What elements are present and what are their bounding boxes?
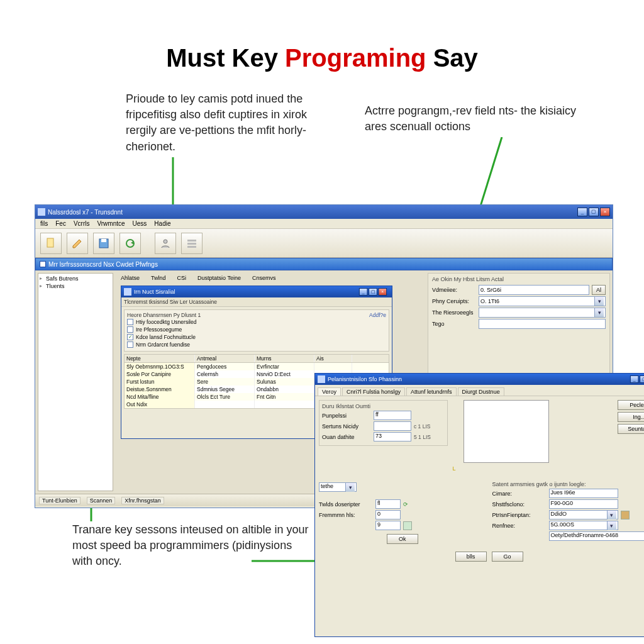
maximize-button[interactable]: ▢ — [589, 208, 599, 216]
text-input[interactable] — [479, 319, 606, 329]
toolbar-refresh-icon[interactable] — [119, 233, 141, 254]
dialog-icon — [318, 375, 325, 383]
action-button[interactable]: Ing.. — [618, 412, 644, 422]
status-segment[interactable]: Tunt-Elunbien — [39, 497, 80, 504]
status-segment[interactable]: Xfnr.fhnsgstan — [121, 497, 164, 504]
tab[interactable]: Veroy — [318, 387, 341, 396]
table-cell: Fnt Gitn — [255, 393, 314, 401]
table-cell: Olcls Ect Ture — [195, 393, 255, 401]
color-swatch-icon[interactable] — [621, 511, 630, 519]
main-titlebar[interactable]: Nalssrddosl x7 - Trunsdnnt _ ▢ × — [35, 205, 613, 219]
list-dialog-titlebar[interactable]: Irn Nuct Sisralial _ ▢ × — [121, 286, 392, 297]
menu-bar: fils Fec Vcrrls Vrwmntce Uess Hadie — [35, 219, 613, 229]
ok-button[interactable]: Ok — [387, 534, 418, 544]
field-label: Punpelssi — [322, 413, 371, 419]
toolbar-user-icon[interactable] — [155, 233, 176, 254]
props-minimize-button[interactable]: _ — [630, 375, 639, 383]
combo-input[interactable]: 5G.00OS — [549, 521, 618, 530]
combo-input[interactable]: O. 1Tt6 — [479, 296, 606, 306]
table-cell: Sulunas — [255, 378, 314, 386]
tab[interactable]: Attunf letundrnfs — [406, 387, 457, 396]
list-maximize-button[interactable]: ▢ — [369, 288, 377, 296]
menu-item[interactable]: fils — [40, 220, 48, 227]
minimize-button[interactable]: _ — [577, 208, 587, 216]
tree-view[interactable]: Safs Butrens Tluents — [38, 273, 113, 491]
tab[interactable]: Ahlatse — [118, 274, 142, 282]
combo-input[interactable] — [479, 308, 606, 318]
refresh-icon[interactable]: ⟳ — [403, 501, 408, 508]
properties-title: Pelanisntnisilon Sfo Phassinn — [328, 376, 402, 382]
text-input[interactable]: Jues I96e — [549, 489, 618, 498]
toolbar-new-icon[interactable] — [40, 233, 62, 254]
svg-rect-8 — [47, 238, 53, 247]
props-maximize-button[interactable]: ▢ — [640, 375, 644, 383]
table-cell: Furst lostun — [125, 378, 195, 386]
toolbar-edit-icon[interactable] — [67, 233, 88, 254]
field-label: Renfnee: — [492, 523, 547, 529]
app-icon — [38, 208, 45, 216]
status-segment[interactable]: Scannen — [87, 497, 116, 504]
action-button[interactable]: Pecle.. — [618, 400, 644, 410]
table-cell: Sdmnius Segee — [195, 386, 255, 393]
tab[interactable]: CSi — [175, 274, 189, 282]
square-icon — [40, 261, 46, 267]
sound-icon[interactable] — [403, 521, 412, 530]
column-header[interactable]: Murns — [255, 355, 314, 362]
column-header[interactable]: Nepte — [125, 355, 195, 362]
properties-dialog: Pelanisntnisilon Sfo Phassinn _ ▢ × Vero… — [314, 373, 644, 637]
text-input[interactable]: 9 — [375, 521, 401, 530]
filter-group: Heore Dhansrnsen Py Dlusnt 1 Addf?e Htiy… — [124, 309, 389, 352]
field-label: Vdmeiiee: — [432, 287, 476, 293]
menu-item[interactable]: Uess — [133, 220, 147, 227]
text-input[interactable]: 73 — [374, 432, 411, 441]
action-button[interactable]: Seunton — [618, 424, 644, 434]
side-form-button[interactable]: Al — [592, 285, 606, 295]
tree-node[interactable]: Safs Butrens — [40, 275, 111, 282]
svg-rect-16 — [187, 243, 196, 245]
table-row[interactable]: Sly Oebrnsnmp.1OG3:SPengdoceesEvrfinctar — [125, 363, 389, 370]
settings-fieldset: Duru Iklsntat Oumti Punpelssi ff Sertuns… — [319, 400, 448, 446]
combo-input[interactable]: Oety/DethdFronamre-0468 — [549, 531, 645, 541]
combo-input[interactable]: tethe — [319, 482, 357, 492]
filter-checkbox[interactable]: Nrm Grdarcnt fuendise — [127, 341, 386, 348]
tab[interactable]: Dustptatsio Teine — [195, 274, 243, 282]
menu-item[interactable]: Vcrrls — [74, 220, 90, 227]
footer-button[interactable]: Go — [492, 552, 523, 562]
tab[interactable]: Diurgt Dustnue — [458, 387, 504, 396]
column-header[interactable]: Antmeal — [195, 355, 255, 362]
toolbar-save-icon[interactable] — [93, 233, 114, 254]
filter-checkbox[interactable]: Ire Pfessosoegume — [127, 326, 386, 333]
text-input[interactable]: 0. SrG6i — [479, 285, 589, 295]
filter-group-link[interactable]: Addf?e — [369, 312, 386, 318]
text-input[interactable]: F90-0G0 — [549, 499, 618, 509]
text-input[interactable]: 0 — [375, 510, 401, 519]
properties-titlebar[interactable]: Pelanisntnisilon Sfo Phassinn _ ▢ × — [315, 374, 644, 385]
svg-rect-17 — [187, 246, 196, 248]
filter-checkbox[interactable]: ✓Kdce lansd Fochnuittucle — [127, 333, 386, 341]
tab-strip: Ahlatse Twlnd CSi Dustptatsio Teine Cnse… — [116, 273, 425, 283]
footer-button[interactable]: blls — [455, 552, 487, 562]
filter-checkbox[interactable]: Htiy foocedktg Usnersiled — [127, 318, 386, 326]
text-input[interactable]: fl — [375, 499, 401, 509]
menu-item[interactable]: Hadie — [154, 220, 170, 227]
table-cell: NsrviO D:Eect — [255, 370, 314, 378]
menu-item[interactable]: Fec — [55, 220, 66, 227]
tab[interactable]: Cnsemvs — [250, 274, 279, 282]
menu-item[interactable]: Vrwmntce — [97, 220, 125, 227]
tab[interactable]: Twlnd — [148, 274, 169, 282]
tree-node[interactable]: Tluents — [40, 282, 111, 290]
tab[interactable]: Cnri7l Fulstia honslgy — [342, 387, 405, 396]
close-button[interactable]: × — [600, 208, 610, 216]
toolbar-list-icon[interactable] — [181, 233, 203, 254]
filter-group-title: Heore Dhansrnsen Py Dlusnt 1 — [127, 312, 201, 318]
list-close-button[interactable]: × — [379, 288, 387, 296]
text-input[interactable]: ff — [374, 411, 411, 420]
list-dialog-subheader: Tlcnremst tksisnsd Siw Ler Ucassoaine — [121, 297, 392, 307]
field-label: PtrIsnFienptan: — [492, 512, 547, 518]
table-cell: Sly Oebrnsnmp.1OG3:S — [125, 363, 195, 370]
combo-input[interactable]: DdidO — [549, 510, 618, 519]
list-minimize-button[interactable]: _ — [359, 288, 368, 296]
table-cell: Ncd Mita/fline — [125, 393, 195, 401]
column-header[interactable]: Ais — [314, 355, 352, 362]
text-input[interactable] — [374, 421, 411, 431]
